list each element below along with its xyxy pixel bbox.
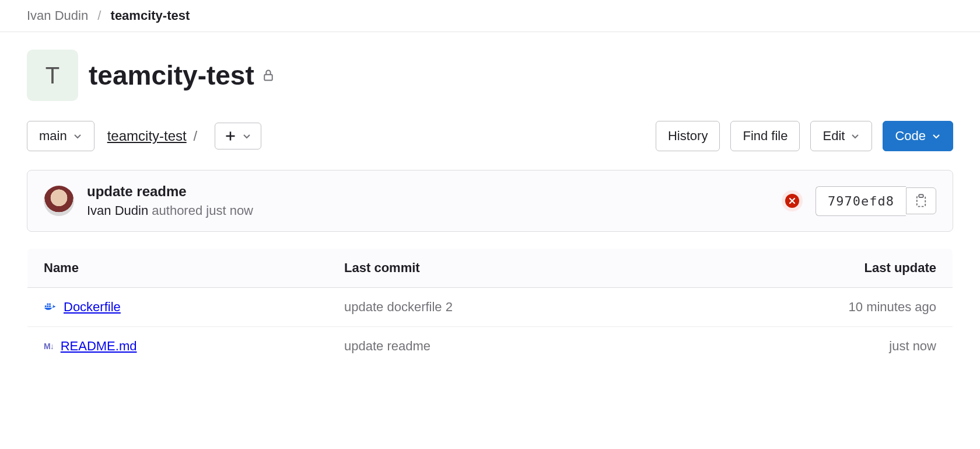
commit-author-line: Ivan Dudin authored just now (87, 203, 253, 218)
project-name: teamcity-test (89, 60, 254, 91)
commit-sha[interactable]: 7970efd8 (816, 186, 906, 216)
plus-icon (225, 130, 236, 142)
commit-authored-prefix: authored (152, 203, 202, 218)
file-update-time: 10 minutes ago (665, 288, 953, 327)
chevron-down-icon (932, 131, 941, 141)
history-button[interactable]: History (656, 121, 720, 151)
svg-rect-7 (49, 304, 51, 305)
chevron-down-icon (242, 131, 251, 141)
project-avatar: T (27, 50, 78, 101)
svg-rect-3 (45, 305, 47, 307)
chevron-down-icon (850, 131, 860, 141)
docker-icon (44, 302, 57, 312)
markdown-icon: M↓ (44, 342, 54, 351)
svg-rect-0 (264, 75, 272, 81)
commit-author-name[interactable]: Ivan Dudin (87, 203, 148, 218)
svg-rect-2 (919, 194, 923, 197)
svg-rect-4 (47, 305, 49, 307)
project-header: T teamcity-test (27, 50, 953, 101)
latest-commit-panel: update readme Ivan Dudin authored just n… (27, 170, 953, 232)
copy-sha-button[interactable] (906, 187, 936, 214)
file-link[interactable]: Dockerfile (64, 300, 121, 315)
files-table: Name Last commit Last update (27, 248, 953, 366)
commit-authored-time: just now (206, 203, 253, 218)
chevron-down-icon (73, 131, 82, 141)
lock-icon (262, 69, 274, 82)
author-avatar[interactable] (44, 186, 74, 216)
pipeline-status-failed[interactable] (782, 190, 803, 211)
branch-selector[interactable]: main (27, 121, 94, 151)
code-label: Code (895, 128, 926, 144)
commit-message-link[interactable]: update readme (87, 183, 253, 200)
edit-button[interactable]: Edit (810, 121, 872, 151)
edit-label: Edit (822, 128, 845, 144)
clipboard-icon (915, 194, 928, 208)
breadcrumb-separator: / (97, 8, 101, 23)
project-title: teamcity-test (89, 60, 274, 91)
code-button[interactable]: Code (883, 121, 953, 151)
add-button[interactable] (215, 123, 261, 149)
breadcrumb-owner-link[interactable]: Ivan Dudin (27, 8, 88, 23)
failed-icon (785, 194, 799, 208)
col-name: Name (27, 249, 328, 288)
svg-rect-5 (49, 305, 51, 307)
breadcrumb: Ivan Dudin / teamcity-test (0, 0, 980, 32)
toolbar: main teamcity-test / History Find file (27, 121, 953, 151)
breadcrumb-repo-link[interactable]: teamcity-test (111, 8, 190, 23)
table-row[interactable]: M↓ README.md update readme just now (27, 327, 953, 366)
table-row[interactable]: Dockerfile update dockerfile 2 10 minute… (27, 288, 953, 327)
file-update-time: just now (665, 327, 953, 366)
branch-name: main (39, 128, 67, 144)
col-last-commit: Last commit (328, 249, 664, 288)
col-last-update: Last update (665, 249, 953, 288)
commit-link[interactable]: update readme (344, 339, 430, 353)
path-separator: / (194, 128, 198, 144)
path-root-link[interactable]: teamcity-test (107, 128, 187, 144)
commit-link[interactable]: update dockerfile 2 (344, 300, 453, 314)
file-link[interactable]: README.md (61, 339, 137, 354)
find-file-button[interactable]: Find file (730, 121, 800, 151)
svg-rect-6 (47, 304, 49, 305)
